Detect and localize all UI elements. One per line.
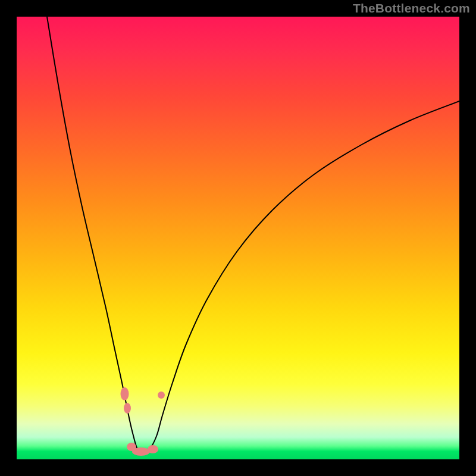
chart-frame: TheBottleneck.com	[0, 0, 476, 476]
watermark-text: TheBottleneck.com	[353, 1, 470, 15]
marker-group	[121, 387, 165, 456]
data-marker	[158, 392, 165, 399]
data-marker	[132, 447, 150, 456]
data-marker	[148, 445, 158, 453]
bottleneck-curve	[47, 17, 459, 453]
plot-area	[17, 17, 459, 459]
curve-layer	[17, 17, 459, 459]
data-marker	[121, 387, 129, 400]
data-marker	[124, 403, 131, 414]
